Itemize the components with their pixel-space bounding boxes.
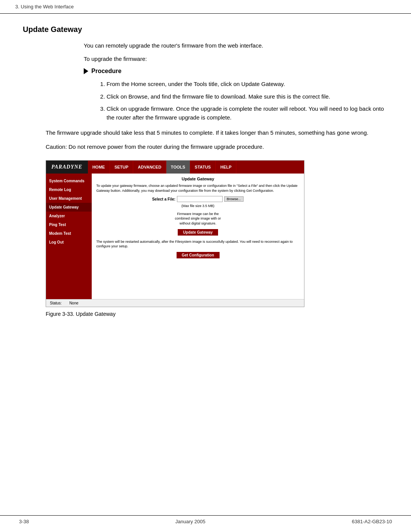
figure-caption: Figure 3-33. Update Gateway — [46, 311, 312, 317]
page-title: Update Gateway — [23, 25, 388, 34]
content-description: To update your gateway firmware, choose … — [96, 183, 299, 193]
step-1: From the Home screen, under the Tools ti… — [107, 80, 388, 89]
sidebar-analyzer[interactable]: Analyzer — [46, 212, 92, 220]
footer-doc-id: 6381-A2-GB23-10 — [352, 519, 392, 524]
router-navbar: PARADYNE Home Setup Advanced Tools — [46, 161, 304, 174]
router-sidebar: System Commands Remote Log User Manageme… — [46, 174, 92, 299]
procedure-label: Procedure — [91, 68, 121, 75]
step-2: Click on Browse, and find the firmware f… — [107, 92, 388, 101]
router-ui-mockup: PARADYNE Home Setup Advanced Tools — [46, 160, 304, 307]
router-logo: PARADYNE — [46, 161, 88, 174]
router-content-panel: Update Gateway To update your gateway fi… — [92, 174, 304, 299]
step-3: Click on upgrade firmware. Once the upgr… — [107, 105, 388, 122]
router-body: System Commands Remote Log User Manageme… — [46, 174, 304, 299]
breadcrumb: 3. Using the Web Interface — [0, 0, 411, 14]
restart-info-text: The system will be restarted automatical… — [96, 239, 299, 249]
sidebar-user-management[interactable]: User Management — [46, 194, 92, 203]
sidebar-update-gateway[interactable]: Update Gateway — [46, 203, 92, 212]
nav-help[interactable]: Help — [216, 161, 236, 174]
note-1: The firmware upgrade should take less th… — [46, 129, 388, 137]
file-input-box[interactable] — [177, 196, 223, 202]
update-gateway-button[interactable]: Update Gateway — [178, 229, 218, 236]
nav-home[interactable]: Home — [88, 161, 110, 174]
sidebar-system-commands[interactable]: System Commands — [46, 177, 92, 185]
note-2: Caution: Do not remove power from the ro… — [46, 143, 388, 151]
main-content: Update Gateway You can remotely upgrade … — [0, 14, 411, 351]
breadcrumb-text: 3. Using the Web Interface — [15, 4, 74, 10]
status-value: None — [69, 301, 78, 305]
max-file-size-note: (Max file size 3.5 MB) — [96, 204, 299, 209]
status-bar: Status: None — [46, 299, 304, 307]
intro-paragraph-2: To upgrade the firmware: — [84, 55, 388, 64]
content-title: Update Gateway — [96, 177, 299, 181]
figure-container: PARADYNE Home Setup Advanced Tools — [46, 160, 312, 317]
nav-tools[interactable]: Tools — [166, 161, 190, 174]
router-nav-items: Home Setup Advanced Tools Status — [88, 161, 237, 174]
procedure-heading: Procedure — [84, 68, 388, 75]
file-select-label: Select a File: — [152, 197, 175, 201]
browse-button[interactable]: Browse... — [224, 196, 244, 202]
sidebar-modem-test[interactable]: Modem Test — [46, 229, 92, 238]
nav-status[interactable]: Status — [190, 161, 216, 174]
steps-list: From the Home screen, under the Tools ti… — [107, 80, 388, 122]
procedure-arrow-icon — [84, 68, 88, 74]
page-number: 3-38 — [19, 519, 29, 524]
logo-text: PARADYNE — [51, 164, 83, 170]
footer-date: January 2005 — [175, 519, 206, 524]
intro-paragraph-1: You can remotely upgrade the router's fi… — [84, 41, 388, 50]
page-footer: 3-38 January 2005 6381-A2-GB23-10 — [0, 515, 411, 524]
nav-setup[interactable]: Setup — [110, 161, 134, 174]
status-label: Status: — [50, 301, 62, 305]
sidebar-log-out[interactable]: Log Out — [46, 238, 92, 247]
nav-advanced[interactable]: Advanced — [133, 161, 166, 174]
get-configuration-button[interactable]: Get Configuration — [177, 252, 220, 258]
sidebar-remote-log[interactable]: Remote Log — [46, 185, 92, 194]
sidebar-ping-test[interactable]: Ping Test — [46, 220, 92, 229]
firmware-info-text: Firmware Image can be thecombined single… — [96, 212, 299, 226]
file-select-row: Select a File: Browse... — [96, 196, 299, 202]
